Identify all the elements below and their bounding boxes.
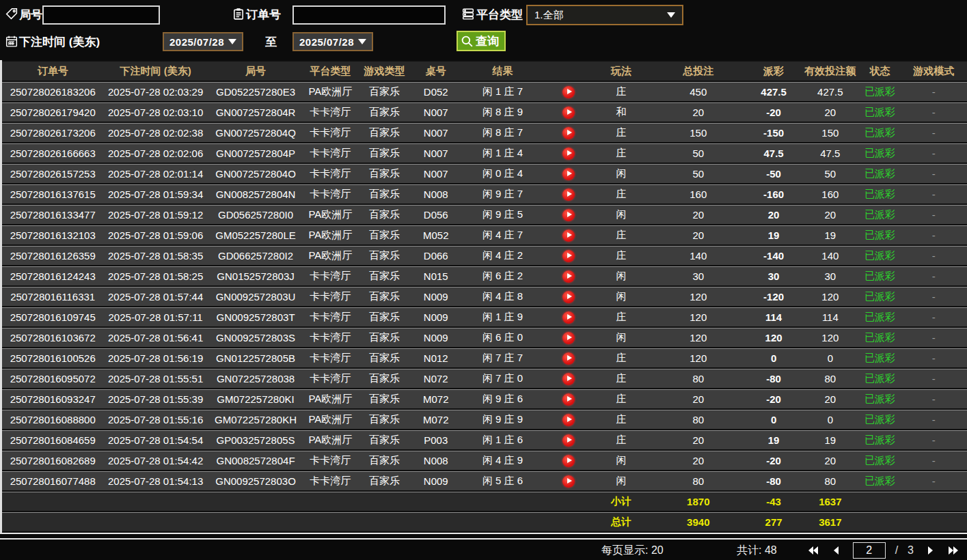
table-row: 250728016084659 2025-07-28 01:54:54 GP00…: [2, 430, 967, 449]
cell-total-bet: 120: [651, 287, 746, 306]
cell-total-bet: 80: [651, 369, 746, 388]
cell-result: 闲 4 庄 2: [460, 246, 545, 265]
cell-order-no: 250728016084659: [2, 430, 103, 449]
last-page-button[interactable]: [946, 544, 960, 557]
cell-bet-time: 2025-07-28 01:54:54: [103, 430, 207, 449]
play-replay-icon[interactable]: [562, 209, 575, 221]
cell-payout: -120: [746, 287, 801, 306]
cell-game-mode: -: [901, 266, 967, 285]
cell-replay: [545, 225, 592, 244]
search-button[interactable]: 查询: [457, 31, 506, 51]
cell-bet-time: 2025-07-28 02:02:38: [103, 123, 207, 142]
play-replay-icon[interactable]: [562, 107, 575, 119]
table-row: 250728016116331 2025-07-28 01:57:44 GN00…: [2, 287, 967, 306]
play-replay-icon[interactable]: [562, 168, 575, 180]
cell-game-type: 百家乐: [357, 307, 411, 326]
prev-page-button[interactable]: [830, 544, 843, 557]
play-replay-icon[interactable]: [562, 373, 575, 385]
play-replay-icon[interactable]: [562, 229, 575, 242]
cell-order-no: 250728016132103: [2, 225, 103, 244]
col-platform: 平台类型: [303, 61, 357, 81]
play-replay-icon[interactable]: [562, 148, 575, 160]
cell-round-no: GD056257280I0: [208, 205, 303, 224]
cell-result: 闲 4 庄 9: [460, 451, 545, 470]
play-replay-icon[interactable]: [562, 332, 575, 344]
cell-valid-bet: 80: [801, 471, 859, 490]
play-replay-icon[interactable]: [562, 393, 575, 406]
cell-game-type: 百家乐: [357, 410, 411, 429]
cell-table-no: M072: [412, 410, 460, 429]
play-replay-icon[interactable]: [562, 250, 575, 262]
play-replay-icon[interactable]: [562, 475, 575, 488]
play-replay-icon[interactable]: [562, 127, 575, 139]
play-replay-icon[interactable]: [562, 291, 575, 303]
cell-total-bet: 150: [651, 123, 746, 142]
chevron-down-icon: [228, 39, 236, 44]
cell-bet-time: 2025-07-28 01:59:12: [103, 205, 207, 224]
cell-platform: 卡卡湾厅: [303, 102, 357, 122]
cell-result: 闲 6 庄 2: [460, 266, 545, 285]
round-number-input[interactable]: [42, 5, 160, 25]
cell-total-bet: 450: [651, 82, 746, 101]
platform-type-select[interactable]: 1.全部: [526, 5, 683, 25]
cell-game-type: 百家乐: [357, 369, 411, 388]
cell-result: 闲 8 庄 7: [460, 123, 545, 142]
cell-status: 已派彩: [859, 287, 900, 306]
date-to-picker[interactable]: 2025/07/28: [292, 32, 373, 51]
play-replay-icon[interactable]: [562, 188, 575, 201]
cell-game-mode: -: [901, 102, 967, 122]
subtotal-payout: -43: [746, 492, 801, 511]
cell-status: 已派彩: [859, 451, 900, 470]
cell-game-type: 百家乐: [357, 123, 411, 142]
play-replay-icon[interactable]: [562, 270, 575, 283]
cell-platform: 卡卡湾厅: [303, 184, 357, 204]
date-from-picker[interactable]: 2025/07/28: [163, 32, 243, 51]
play-replay-icon[interactable]: [562, 352, 575, 365]
first-page-button[interactable]: [806, 544, 820, 557]
page-number-input[interactable]: [853, 542, 886, 559]
cell-status: 已派彩: [859, 369, 900, 388]
play-replay-icon[interactable]: [562, 86, 575, 98]
chevron-down-icon: [667, 12, 675, 18]
col-table-no: 桌号: [412, 61, 460, 81]
cell-play-type: 庄: [592, 184, 650, 204]
cell-result: 闲 4 庄 7: [460, 225, 545, 244]
play-replay-icon[interactable]: [562, 434, 575, 447]
table-row: 250728026166663 2025-07-28 02:02:06 GN00…: [2, 143, 967, 163]
cell-status: 已派彩: [859, 225, 900, 244]
cell-game-type: 百家乐: [357, 348, 411, 367]
play-replay-icon[interactable]: [562, 414, 575, 426]
cell-valid-bet: 47.5: [801, 143, 859, 163]
next-page-button[interactable]: [923, 544, 937, 557]
cell-table-no: D052: [412, 82, 460, 101]
cell-total-bet: 20: [651, 430, 746, 449]
cell-status: 已派彩: [859, 348, 900, 367]
cell-game-type: 百家乐: [357, 164, 411, 183]
cell-status: 已派彩: [859, 246, 900, 265]
cell-order-no: 250728026166663: [2, 143, 103, 163]
play-replay-icon[interactable]: [562, 311, 575, 324]
order-number-input[interactable]: [292, 5, 446, 25]
cell-payout: 20: [746, 205, 801, 224]
cell-platform: PA欧洲厅: [303, 82, 357, 101]
cell-round-no: GN0122572805B: [208, 348, 303, 367]
play-replay-icon[interactable]: [562, 455, 575, 467]
table-row: 250728026173206 2025-07-28 02:02:38 GN00…: [2, 123, 967, 142]
cell-order-no: 250728026183206: [2, 82, 103, 101]
cell-order-no: 250728016116331: [2, 287, 103, 306]
cell-valid-bet: 19: [801, 225, 859, 244]
cell-game-mode: -: [901, 123, 967, 142]
cell-bet-time: 2025-07-28 01:56:19: [103, 348, 207, 367]
table-row: 250728016088800 2025-07-28 01:55:16 GM07…: [2, 410, 967, 429]
table-row: 250728016124243 2025-07-28 01:58:25 GN01…: [2, 266, 967, 285]
cell-platform: 卡卡湾厅: [303, 471, 357, 490]
cell-order-no: 250728016077488: [2, 471, 103, 490]
cell-total-bet: 80: [651, 471, 746, 490]
cell-game-type: 百家乐: [357, 471, 411, 490]
total-count-label: 共计: 48: [737, 544, 777, 558]
cell-play-type: 庄: [592, 410, 650, 429]
cell-result: 闲 1 庄 9: [460, 307, 545, 326]
cell-replay: [545, 471, 592, 490]
cell-order-no: 250728016093247: [2, 389, 103, 408]
cell-status: 已派彩: [859, 328, 900, 347]
